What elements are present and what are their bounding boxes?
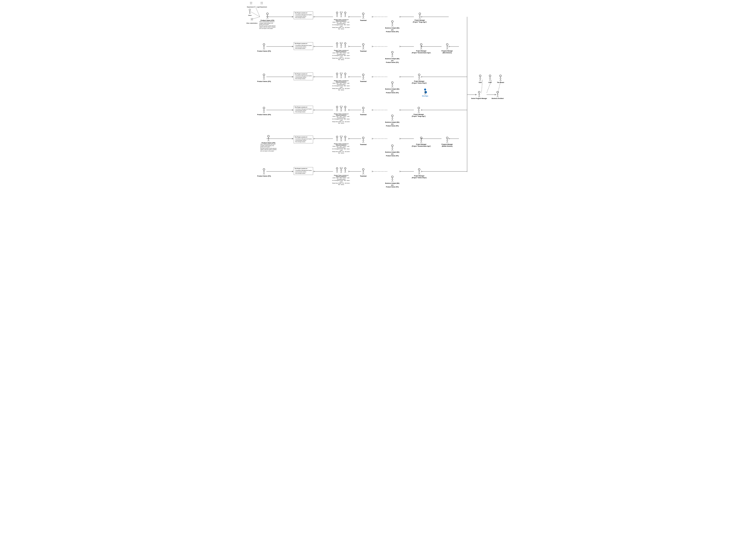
svg-line-320: [344, 138, 345, 139]
svg-line-368: [344, 170, 345, 171]
ba-row2-icon: [389, 51, 395, 58]
pm-row2-node: Project Manager(Project "SnookerGame App…: [412, 43, 431, 54]
team-row4-icon: [334, 106, 348, 113]
svg-line-77: [250, 13, 250, 14]
svg-line-170: [420, 46, 421, 47]
svg-line-285: [363, 110, 364, 111]
svg-line-131: [420, 17, 421, 19]
svg-line-359: [337, 171, 338, 173]
svg-line-292: [391, 119, 392, 121]
svg-line-134: [263, 46, 264, 47]
svg-line-350: [263, 171, 264, 172]
svg-line-244: [500, 79, 501, 81]
ceo-icon: [477, 75, 483, 81]
client-node: Client: [247, 8, 253, 16]
svg-line-111: [345, 14, 346, 15]
svg-line-352: [263, 173, 264, 175]
svg-point-234: [489, 75, 491, 77]
svg-line-275: [341, 110, 342, 112]
svg-line-346: [446, 141, 447, 143]
svg-point-276: [344, 106, 346, 108]
svg-line-177: [447, 46, 448, 47]
svg-line-212: [391, 84, 392, 85]
svg-point-78: [251, 18, 252, 19]
svg-line-370: [345, 171, 345, 173]
svg-point-264: [336, 106, 338, 108]
po-row4-icon: [261, 107, 267, 114]
team-row5-node: Project Team consists of Software Engine…: [332, 136, 350, 154]
svg-line-243: [501, 78, 502, 79]
svg-line-287: [363, 112, 364, 113]
svg-line-154: [345, 46, 345, 48]
svg-line-249: [479, 94, 480, 95]
svg-point-96: [336, 12, 338, 14]
teamlead-row5-node: Teamlead: [360, 137, 367, 145]
ba-row4-node: Business Analyst (BA)(or)Product Owner (…: [385, 115, 399, 127]
svg-point-246: [478, 91, 480, 93]
svg-line-357: [337, 170, 338, 171]
svg-line-82: [251, 20, 251, 21]
svg-line-146: [340, 45, 341, 46]
teamlead-row2-icon: [361, 43, 366, 50]
devops-icon: [422, 88, 428, 95]
svg-line-94: [267, 17, 267, 19]
project-box-row5: The Project consists of: - Coordination …: [294, 136, 313, 143]
svg-line-76: [249, 13, 250, 14]
pm-row4-node: Project Manager(Project "Tango App"): [412, 107, 426, 117]
svg-line-185: [264, 78, 265, 80]
svg-line-326: [362, 140, 363, 141]
svg-line-268: [337, 110, 337, 111]
svg-line-269: [337, 110, 338, 111]
svg-line-171: [421, 46, 422, 47]
po-row6-icon: [261, 168, 267, 175]
project-box-row6: The Project consists of: - Coordination …: [294, 167, 313, 175]
svg-point-198: [344, 73, 346, 75]
svg-line-128: [419, 16, 420, 17]
other-stakeholders-label: Other stakeholders: [246, 22, 258, 24]
teamlead-row1-icon: [361, 13, 366, 19]
pm-row5-label: Project Manager(Project "SnookerGame App…: [412, 143, 431, 147]
business-architect-node: Business Architect: [492, 91, 504, 99]
svg-line-311: [337, 140, 338, 141]
teamlead-row2-label: Teamlead: [360, 51, 367, 52]
svg-line-344: [446, 140, 447, 141]
svg-line-153: [345, 45, 346, 46]
svg-line-125: [392, 25, 393, 27]
svg-line-148: [341, 46, 341, 48]
svg-line-101: [337, 16, 338, 17]
teamlead-row1-node: Teamlead: [360, 13, 367, 21]
svg-line-141: [337, 45, 338, 46]
svg-line-143: [337, 46, 338, 48]
svg-line-53: [250, 4, 251, 4]
svg-line-80: [251, 19, 251, 20]
ba-row6-icon: [389, 176, 395, 182]
svg-point-54: [251, 2, 252, 3]
svg-point-174: [446, 44, 448, 45]
svg-line-220: [419, 78, 419, 80]
svg-line-218: [418, 77, 419, 78]
svg-point-336: [421, 137, 422, 139]
svg-line-182: [263, 77, 264, 78]
svg-line-124: [391, 25, 392, 27]
svg-line-310: [337, 140, 337, 141]
program-mgr-row2-icon: [444, 43, 450, 50]
svg-line-358: [337, 171, 337, 173]
svg-point-330: [391, 145, 393, 147]
svg-line-136: [263, 48, 264, 49]
svg-line-257: [497, 96, 498, 97]
ba-row5-icon: [389, 145, 395, 151]
svg-line-262: [263, 112, 264, 113]
svg-line-237: [490, 78, 491, 79]
svg-line-64: [261, 4, 261, 4]
svg-line-280: [345, 110, 345, 111]
business-architect-label: Business Architect: [492, 98, 504, 99]
ba-row3-label: Business Analyst (BA)(or)Product Owner (…: [385, 88, 399, 94]
pm-row3-icon: [416, 74, 422, 80]
svg-line-51: [250, 3, 251, 4]
svg-line-191: [337, 77, 338, 78]
svg-point-126: [419, 13, 421, 15]
dept-x-icon: [249, 1, 253, 6]
svg-line-381: [392, 179, 393, 180]
svg-point-378: [391, 176, 393, 178]
svg-line-242: [500, 78, 501, 79]
